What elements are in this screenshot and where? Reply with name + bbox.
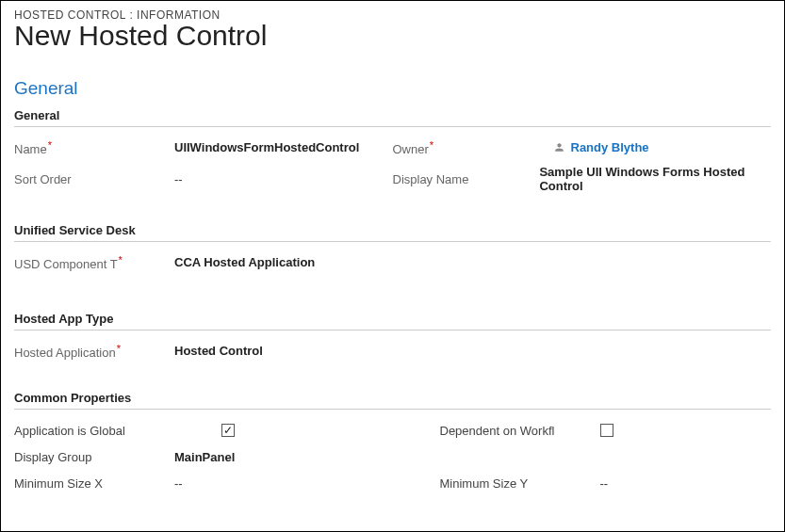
subsection-general-title: General (14, 108, 771, 127)
name-label: Name* (14, 139, 174, 156)
field-owner[interactable]: Owner* Randy Blythe (393, 139, 772, 156)
section-general-title: General (14, 78, 771, 99)
subsection-hosted-app-title: Hosted App Type (14, 312, 771, 330)
app-global-checkbox[interactable]: ✓ (221, 424, 235, 437)
owner-value[interactable]: Randy Blythe (571, 140, 649, 154)
row-min-sizes: Minimum Size X -- Minimum Size Y -- (14, 474, 771, 492)
person-icon (553, 141, 565, 153)
app-global-label: Application is Global (14, 424, 221, 438)
field-min-y[interactable]: Minimum Size Y -- (346, 476, 772, 491)
min-y-value[interactable]: -- (600, 476, 609, 491)
display-group-value[interactable]: MainPanel (174, 450, 235, 464)
field-display-group[interactable]: Display Group MainPanel (14, 450, 393, 464)
required-indicator: * (119, 254, 123, 266)
min-x-value[interactable]: -- (174, 476, 183, 491)
min-y-label: Minimum Size Y (440, 476, 600, 491)
owner-label-text: Owner (393, 142, 429, 156)
row-global-dependent: Application is Global ✓ Dependent on Wor… (14, 421, 771, 440)
required-indicator: * (48, 139, 52, 151)
row-name-owner: Name* UIIWindowsFormHostedControl Owner*… (14, 138, 771, 157)
field-sort-order[interactable]: Sort Order -- (14, 172, 393, 186)
display-name-label: Display Name (393, 172, 540, 186)
field-dependent-workfl[interactable]: Dependent on Workfl (346, 424, 772, 438)
field-display-name[interactable]: Display Name Sample UII Windows Forms Ho… (393, 165, 772, 193)
required-indicator: * (430, 139, 433, 151)
hosted-app-label-text: Hosted Application (14, 346, 116, 360)
subsection-usd-title: Unified Service Desk (14, 223, 771, 242)
field-min-x[interactable]: Minimum Size X -- (14, 476, 346, 491)
dependent-label: Dependent on Workfl (440, 424, 600, 438)
row-hosted-app: Hosted Application* Hosted Control (14, 342, 771, 361)
row-usd-component: USD Component T* CCA Hosted Application (14, 253, 771, 272)
sort-order-label: Sort Order (14, 172, 174, 186)
min-x-label: Minimum Size X (14, 476, 174, 491)
page-title: New Hosted Control (14, 20, 771, 52)
usd-component-label-text: USD Component T (14, 257, 118, 271)
row-display-group: Display Group MainPanel (14, 447, 771, 466)
hosted-app-value[interactable]: Hosted Control (174, 344, 263, 358)
row-sort-displayname: Sort Order -- Display Name Sample UII Wi… (14, 165, 771, 193)
display-name-value[interactable]: Sample UII Windows Forms Hosted Control (539, 165, 771, 193)
hosted-app-label: Hosted Application* (14, 343, 174, 360)
dependent-checkbox[interactable] (600, 424, 613, 437)
subsection-common-title: Common Properties (14, 391, 771, 410)
field-usd-component[interactable]: USD Component T* CCA Hosted Application (14, 254, 393, 271)
field-hosted-application[interactable]: Hosted Application* Hosted Control (14, 343, 393, 360)
required-indicator: * (117, 343, 121, 354)
usd-component-value[interactable]: CCA Hosted Application (174, 255, 315, 269)
sort-order-value[interactable]: -- (174, 172, 183, 186)
usd-component-label: USD Component T* (14, 254, 174, 271)
owner-label: Owner* (393, 139, 553, 156)
display-group-label: Display Group (14, 450, 174, 464)
field-name[interactable]: Name* UIIWindowsFormHostedControl (14, 139, 393, 156)
name-value[interactable]: UIIWindowsFormHostedControl (174, 140, 359, 154)
name-label-text: Name (14, 142, 47, 156)
field-app-global[interactable]: Application is Global ✓ (14, 424, 346, 438)
